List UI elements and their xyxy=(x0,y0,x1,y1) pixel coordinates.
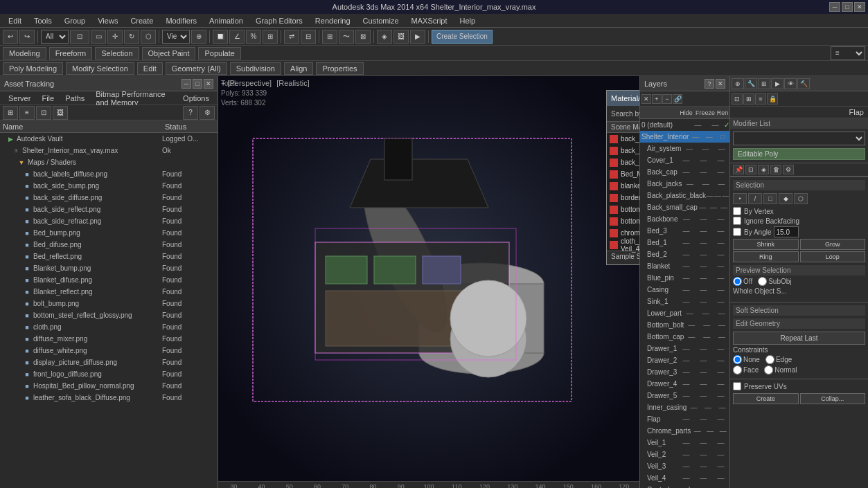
normal-radio-input[interactable] xyxy=(764,365,773,374)
none-radio[interactable]: None xyxy=(733,355,760,364)
list-item[interactable]: Drawer_4 — — — xyxy=(640,378,729,390)
snap-btn[interactable]: 🔲 xyxy=(213,30,228,44)
ignore-backfacing-checkbox[interactable] xyxy=(733,217,741,225)
viewport-area[interactable]: Total Polys: 933 339 Verts: 688 302 + [P… xyxy=(218,76,639,488)
mod-btn4[interactable]: 🔒 xyxy=(767,93,778,105)
list-item[interactable]: bottom_bolt_MAT (VRayMtl) [Bottom_bolt] xyxy=(607,204,639,215)
layer-manager-btn[interactable]: ⊞ xyxy=(322,30,337,44)
list-item[interactable]: ■ Blanket_difuse.png Found xyxy=(0,274,218,286)
display-panel-tab[interactable]: 👁 xyxy=(784,78,797,89)
list-item[interactable]: ■ back_side_reflect.png Found xyxy=(0,204,218,215)
align-btn[interactable]: ⊟ xyxy=(301,30,316,44)
asset-minimize-btn[interactable]: ─ xyxy=(181,79,191,89)
show-end-result-btn[interactable]: ⊡ xyxy=(745,165,756,174)
list-item[interactable]: Chrome_parts — — — xyxy=(640,425,729,437)
subobj-radio[interactable]: SubObj xyxy=(758,277,791,286)
list-item[interactable]: ■ Blanket_reflect.png Found xyxy=(0,286,218,298)
create-button[interactable]: Create xyxy=(733,393,799,404)
list-item[interactable]: Air_system — — — xyxy=(640,143,729,154)
menu-edit[interactable]: Edit xyxy=(3,15,27,26)
rotate-btn[interactable]: ↻ xyxy=(124,30,139,44)
list-item[interactable]: ■ Bed_bump.png Found xyxy=(0,227,218,239)
list-item[interactable]: ▼ Maps / Shaders xyxy=(0,156,218,168)
poly-modeling-tab[interactable]: Poly Modeling xyxy=(3,62,63,75)
list-item[interactable]: Blanket — — — xyxy=(640,260,729,272)
asset-menu-file[interactable]: File xyxy=(36,93,60,104)
properties-tab[interactable]: Properties xyxy=(316,62,363,75)
menu-animation[interactable]: Animation xyxy=(204,15,249,26)
mod-btn2[interactable]: ⊞ xyxy=(743,93,754,105)
list-item[interactable]: Veil_2 — — — xyxy=(640,449,729,460)
repeat-last-button[interactable]: Repeat Last xyxy=(733,332,865,345)
asset-maximize-btn[interactable]: □ xyxy=(193,79,202,89)
list-item[interactable]: ■ back_side_bump.png Found xyxy=(0,180,218,192)
list-item[interactable]: ■ display_picture_diffuse.png Found xyxy=(0,356,218,368)
list-item[interactable]: ■ leather_sofa_black_Diffuse.png Found xyxy=(0,392,218,404)
collapse-button[interactable]: Collap... xyxy=(800,393,866,404)
list-item[interactable]: ■ back_side_diffuse.png Found xyxy=(0,192,218,204)
pin-stack-btn[interactable]: 📌 xyxy=(733,165,744,174)
menu-graph-editors[interactable]: Graph Editors xyxy=(250,15,308,26)
layer-new-btn[interactable]: ✕ xyxy=(641,94,651,104)
menu-help[interactable]: Help xyxy=(454,15,481,26)
list-item[interactable]: Drawer_5 — — — xyxy=(640,390,729,401)
asset-btn5[interactable]: ? xyxy=(183,106,198,120)
vertex-mode-btn[interactable]: • xyxy=(733,193,747,204)
face-radio-input[interactable] xyxy=(733,365,742,374)
list-item[interactable]: Bed_2 — — — xyxy=(640,248,729,260)
layers-col-ren[interactable]: Ren xyxy=(716,109,729,116)
undo-button[interactable]: ↩ xyxy=(3,30,18,44)
sub-menu-select[interactable]: ≡ xyxy=(831,46,865,60)
schematic-btn[interactable]: ⊠ xyxy=(355,30,371,44)
list-item[interactable]: ■ bottom_steel_reflect_glossy.png Found xyxy=(0,309,218,321)
off-radio[interactable]: Off xyxy=(733,277,752,286)
list-item[interactable]: bottom_steel_MAT (VRayMtl) [Cover_1] xyxy=(607,215,639,227)
by-vertex-checkbox[interactable] xyxy=(733,207,741,215)
list-item[interactable]: ■ back_side_refract.png Found xyxy=(0,215,218,227)
asset-btn4[interactable]: 🖼 xyxy=(53,106,68,120)
element-mode-btn[interactable]: ⬡ xyxy=(794,193,808,204)
scale-btn[interactable]: ⬡ xyxy=(141,30,156,44)
list-item[interactable]: Back_small_cap — — — xyxy=(640,201,729,213)
asset-btn1[interactable]: ⊞ xyxy=(3,106,18,120)
list-item[interactable]: Casing — — — xyxy=(640,284,729,296)
mirror-btn[interactable]: ⇌ xyxy=(284,30,299,44)
maximize-button[interactable]: □ xyxy=(842,2,853,12)
list-item[interactable]: Veil_4 — — — xyxy=(640,472,729,484)
percent-snap-btn[interactable]: % xyxy=(246,30,261,44)
redo-button[interactable]: ↪ xyxy=(19,30,35,44)
viewport-label[interactable]: + [Perspective] [Realistic] xyxy=(221,79,310,87)
list-item[interactable]: Drawer_1 — — — xyxy=(640,343,729,354)
asset-menu-server[interactable]: Server xyxy=(3,93,36,104)
list-item[interactable]: ■ front_logo_diffuse.png Found xyxy=(0,368,218,380)
close-button[interactable]: ✕ xyxy=(854,2,865,12)
remove-modifier-btn[interactable]: 🗑 xyxy=(770,165,781,174)
menu-maxscript[interactable]: MAXScript xyxy=(406,15,453,26)
select-region-btn[interactable]: ▭ xyxy=(91,30,106,44)
align-tab[interactable]: Align xyxy=(284,62,313,75)
make-unique-btn[interactable]: ◈ xyxy=(758,165,769,174)
menu-create[interactable]: Create xyxy=(125,15,159,26)
asset-btn3[interactable]: ⊡ xyxy=(36,106,51,120)
normal-radio[interactable]: Normal xyxy=(764,365,797,374)
layers-col-freeze[interactable]: Freeze xyxy=(695,109,716,116)
shrink-button[interactable]: Shrink xyxy=(733,239,799,250)
layers-close-btn[interactable]: ✕ xyxy=(716,79,725,89)
asset-menu-options[interactable]: Options xyxy=(177,93,215,104)
edge-mode-btn[interactable]: / xyxy=(748,193,762,204)
object-paint-tab[interactable]: Object Paint xyxy=(142,47,196,60)
list-item[interactable]: Back_plastic_black — — — xyxy=(640,190,729,201)
modifier-list-dropdown[interactable] xyxy=(733,132,865,145)
angle-snap-btn[interactable]: ∠ xyxy=(229,30,245,44)
list-item[interactable]: back_labels_MAT (VRayMtl) [Back_jacks] xyxy=(607,133,639,145)
editable-poly-item[interactable]: Editable Poly xyxy=(733,148,865,160)
list-item[interactable]: cloth_top_MAT (VRayMtl) [Veil_1, Veil_2,… xyxy=(607,239,639,251)
hierarchy-panel-tab[interactable]: ⊞ xyxy=(758,78,770,89)
populate-tab[interactable]: Populate xyxy=(198,47,240,60)
layers-col-hide[interactable]: Hide xyxy=(677,109,695,116)
list-item[interactable]: Back_jacks — — — xyxy=(640,178,729,190)
subobj-radio-input[interactable] xyxy=(758,277,767,286)
curve-editor-btn[interactable]: 〜 xyxy=(339,30,354,44)
layer-del-btn[interactable]: − xyxy=(662,94,672,104)
edge-radio[interactable]: Edge xyxy=(765,355,792,364)
